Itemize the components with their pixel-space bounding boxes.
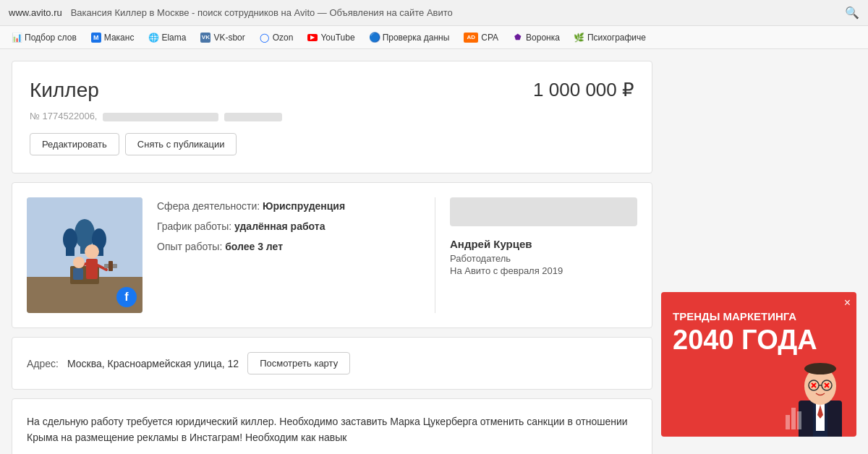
bookmark-makans[interactable]: М Маканс: [85, 30, 140, 45]
ad-face-illustration: [784, 350, 856, 437]
makans-icon: М: [91, 33, 101, 43]
page-layout: Киллер 1 000 000 ₽ № 1774522006, Редакти…: [12, 61, 856, 454]
bookmark-elama[interactable]: 🌐 Elama: [142, 30, 192, 45]
leaf-icon: 🌿: [574, 33, 584, 43]
bookmark-label: Ozon: [273, 33, 294, 43]
job-id-blurred: [103, 113, 218, 121]
details-left: f Сфера деятельности: Юриспруденция Граф…: [27, 197, 420, 313]
job-id-blurred2: [224, 113, 282, 121]
funnel-icon: ⬟: [513, 33, 523, 43]
bookmark-youtube[interactable]: ▶ YouTube: [302, 30, 360, 45]
facebook-badge: f: [116, 287, 137, 307]
ad-banner: × ТРЕНДЫ МАРКЕТИНГА 2040 ГОДА: [661, 292, 856, 437]
job-title: Киллер: [30, 79, 99, 102]
unpublish-button[interactable]: Снять с публикации: [125, 133, 237, 155]
bookmark-label: Воронка: [526, 33, 560, 43]
browser-title: Вакансия Киллер в Москве - поиск сотрудн…: [71, 7, 836, 18]
svg-rect-4: [66, 238, 75, 256]
globe-icon: 🌐: [148, 33, 158, 43]
bookmark-label: CPA: [481, 33, 498, 43]
employer-role: Работодатель: [450, 253, 637, 264]
bookmark-proverka[interactable]: 🔵 Проверка данны: [364, 30, 456, 45]
ad-title: ТРЕНДЫ МАРКЕТИНГА: [673, 309, 845, 324]
svg-rect-33: [797, 411, 801, 429]
svg-rect-14: [109, 261, 113, 271]
job-image: f: [27, 197, 142, 313]
svg-point-15: [73, 257, 85, 268]
bookmark-label: VK-sbor: [213, 33, 244, 43]
contact-blurred: [450, 197, 637, 226]
address-section: Адрес: Москва, Красноармейская улица, 12…: [12, 337, 652, 390]
edit-button[interactable]: Редактировать: [30, 133, 119, 155]
browser-bar: www.avito.ru Вакансия Киллер в Москве - …: [0, 0, 868, 26]
bookmark-vk[interactable]: VK VK-sbor: [195, 30, 250, 45]
side-column: × ТРЕНДЫ МАРКЕТИНГА 2040 ГОДА: [661, 61, 856, 454]
schedule-label: График работы:: [157, 220, 234, 232]
sphere-row: Сфера деятельности: Юриспруденция: [157, 200, 420, 212]
details-section: f Сфера деятельности: Юриспруденция Граф…: [12, 182, 652, 328]
bookmark-label: Маканс: [104, 33, 135, 43]
employer-since: На Авито с февраля 2019: [450, 265, 637, 276]
bookmarks-bar: 📊 Подбор слов М Маканс 🌐 Elama VK VK-sbo…: [0, 26, 868, 49]
experience-value: более 3 лет: [225, 241, 283, 252]
svg-rect-32: [791, 408, 796, 429]
check-icon: 🔵: [370, 33, 380, 43]
sphere-label: Сфера деятельности:: [157, 200, 263, 212]
main-column: Киллер 1 000 000 ₽ № 1774522006, Редакти…: [12, 61, 652, 454]
job-id: № 1774522006,: [30, 111, 634, 121]
svg-rect-31: [786, 415, 790, 429]
page-content: Киллер 1 000 000 ₽ № 1774522006, Редакти…: [0, 49, 868, 454]
svg-rect-16: [73, 268, 83, 280]
map-button[interactable]: Посмотреть карту: [247, 352, 350, 374]
bookmark-label: Проверка данны: [383, 33, 450, 43]
schedule-row: График работы: удалённая работа: [157, 220, 420, 232]
schedule-value: удалённая работа: [234, 220, 325, 232]
browser-url: www.avito.ru: [9, 7, 62, 18]
bookmark-label: Elama: [161, 33, 186, 43]
bookmark-label: YouTube: [320, 33, 354, 43]
bookmark-voronka[interactable]: ⬟ Воронка: [507, 30, 566, 45]
ad-icon: AD: [464, 33, 478, 43]
job-id-label: № 1774522006,: [30, 111, 97, 121]
svg-point-23: [804, 363, 836, 374]
svg-point-9: [85, 244, 99, 259]
bookmark-cpa[interactable]: AD CPA: [458, 30, 504, 45]
job-salary: 1 000 000 ₽: [533, 79, 634, 101]
ozon-icon: ◯: [260, 33, 270, 43]
bar-chart-icon: 📊: [12, 33, 22, 43]
job-description: На сдельную работу требуется юридический…: [27, 414, 637, 446]
employer-name: Андрей Курцев: [450, 238, 637, 250]
address-row: Адрес: Москва, Красноармейская улица, 12…: [27, 352, 637, 374]
youtube-icon: ▶: [307, 34, 318, 41]
bookmark-ozon[interactable]: ◯ Ozon: [254, 30, 299, 45]
ad-close-button[interactable]: ×: [844, 296, 851, 309]
bookmark-podbor[interactable]: 📊 Подбор слов: [6, 30, 82, 45]
sphere-value: Юриспруденция: [263, 200, 345, 212]
job-details-info: Сфера деятельности: Юриспруденция График…: [157, 197, 420, 313]
vk-icon: VK: [200, 33, 210, 43]
address-label: Адрес:: [27, 358, 59, 369]
experience-row: Опыт работы: более 3 лет: [157, 241, 420, 252]
address-value: Москва, Красноармейская улица, 12: [67, 358, 239, 369]
bookmark-psycho[interactable]: 🌿 Психографиче: [569, 30, 652, 45]
search-icon[interactable]: 🔍: [845, 6, 859, 20]
job-card: Киллер 1 000 000 ₽ № 1774522006, Редакти…: [12, 61, 652, 174]
experience-label: Опыт работы:: [157, 241, 225, 252]
card-header: Киллер 1 000 000 ₽: [30, 79, 634, 102]
bookmark-label: Психографиче: [587, 33, 646, 43]
action-buttons: Редактировать Снять с публикации: [30, 133, 634, 155]
employer-section: Андрей Курцев Работодатель На Авито с фе…: [435, 197, 637, 313]
bookmark-label: Подбор слов: [25, 33, 77, 43]
description-section: На сдельную работу требуется юридический…: [12, 398, 652, 454]
